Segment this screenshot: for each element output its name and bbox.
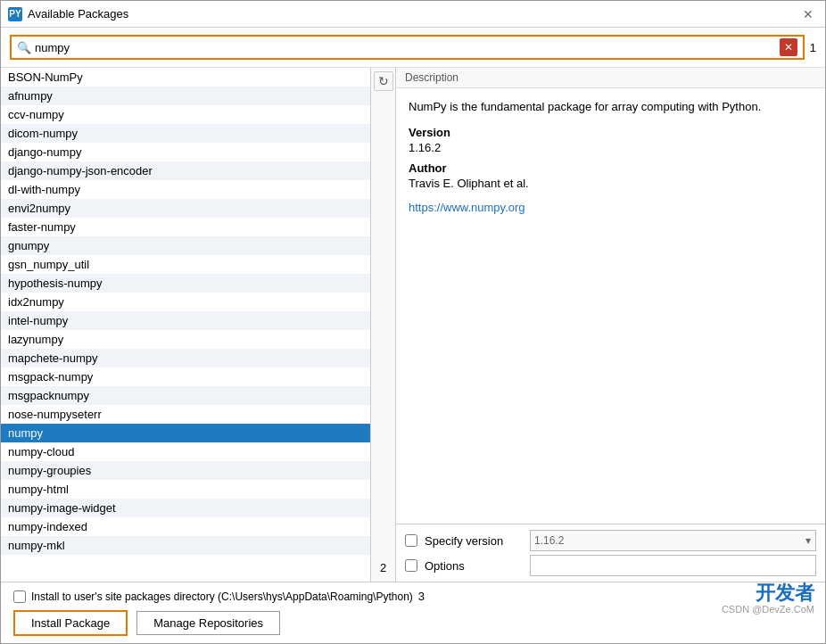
package-list-item[interactable]: dicom-numpy: [1, 124, 370, 143]
specify-version-row: Specify version 1.16.2: [405, 530, 816, 551]
package-list-item[interactable]: ccv-numpy: [1, 105, 370, 124]
description-panel: Description NumPy is the fundamental pac…: [396, 68, 825, 582]
options-checkbox[interactable]: [405, 559, 417, 572]
install-path-checkbox[interactable]: [13, 590, 26, 603]
main-content: BSON-NumPyafnumpyccv-numpydicom-numpydja…: [1, 68, 825, 582]
package-list-item[interactable]: afnumpy: [1, 87, 370, 105]
package-list: BSON-NumPyafnumpyccv-numpydicom-numpydja…: [1, 68, 370, 582]
package-list-item[interactable]: idx2numpy: [1, 293, 370, 311]
package-list-item[interactable]: numpy: [1, 424, 370, 442]
desc-version-label: Version: [409, 126, 813, 139]
options-label: Options: [425, 559, 523, 573]
package-list-item[interactable]: numpy-indexed: [1, 517, 370, 536]
package-list-item[interactable]: numpy-mkl: [1, 536, 370, 555]
package-list-item[interactable]: mapchete-numpy: [1, 349, 370, 367]
package-list-item[interactable]: msgpacknumpy: [1, 386, 370, 405]
desc-website-link[interactable]: https://www.numpy.org: [409, 201, 813, 214]
search-clear-button[interactable]: ✕: [780, 38, 797, 56]
install-path-label: Install to user's site packages director…: [31, 590, 413, 603]
desc-version-value: 1.16.2: [409, 141, 813, 154]
options-section: Specify version 1.16.2 Options: [396, 524, 825, 582]
specify-version-label: Specify version: [425, 534, 523, 548]
search-input[interactable]: [35, 41, 776, 54]
refresh-button[interactable]: ↻: [374, 71, 393, 91]
package-list-item[interactable]: django-numpy: [1, 143, 370, 161]
package-list-item[interactable]: envi2numpy: [1, 199, 370, 218]
options-textbox[interactable]: [530, 555, 816, 576]
version-dropdown-wrapper: 1.16.2: [530, 530, 816, 551]
specify-version-checkbox[interactable]: [405, 534, 417, 547]
window-title: Available Packages: [28, 7, 128, 21]
search-icon: 🔍: [17, 41, 31, 54]
version-dropdown[interactable]: 1.16.2: [530, 530, 816, 551]
desc-author-label: Author: [409, 161, 813, 175]
package-list-item[interactable]: msgpack-numpy: [1, 367, 370, 386]
package-list-item[interactable]: numpy-image-widget: [1, 499, 370, 517]
desc-summary: NumPy is the fundamental package for arr…: [409, 99, 813, 115]
search-wrapper: 🔍 ✕: [10, 35, 805, 60]
package-list-panel: BSON-NumPyafnumpyccv-numpydicom-numpydja…: [1, 68, 371, 582]
package-list-item[interactable]: intel-numpy: [1, 311, 370, 330]
package-list-item[interactable]: numpy-groupies: [1, 461, 370, 480]
description-header: Description: [396, 68, 825, 88]
install-path-row: Install to user's site packages director…: [13, 590, 813, 603]
titlebar-left: PY Available Packages: [8, 7, 128, 21]
package-list-item[interactable]: nose-numpyseterr: [1, 405, 370, 424]
package-list-item[interactable]: BSON-NumPy: [1, 68, 370, 87]
step-2-label: 2: [376, 561, 390, 574]
package-list-item[interactable]: gnumpy: [1, 236, 370, 255]
description-content: NumPy is the fundamental package for arr…: [396, 88, 825, 524]
footer: Install to user's site packages director…: [1, 582, 825, 643]
close-button[interactable]: ✕: [798, 4, 818, 24]
step-1-label: 1: [810, 41, 816, 54]
package-list-item[interactable]: numpy-cloud: [1, 442, 370, 461]
options-row: Options: [405, 555, 816, 576]
step-3-label: 3: [418, 590, 425, 603]
package-list-item[interactable]: gsn_numpy_util: [1, 255, 370, 274]
available-packages-window: PY Available Packages ✕ 🔍 ✕ 1 BSON-NumPy…: [0, 0, 826, 644]
app-icon: PY: [8, 7, 22, 21]
package-list-item[interactable]: dl-with-numpy: [1, 180, 370, 199]
search-bar: 🔍 ✕ 1: [1, 28, 825, 68]
package-list-item[interactable]: faster-numpy: [1, 218, 370, 236]
desc-author-value: Travis E. Oliphant et al.: [409, 177, 813, 190]
package-list-item[interactable]: hypothesis-numpy: [1, 274, 370, 293]
footer-buttons: Install Package Manage Repositories: [13, 610, 813, 636]
package-list-item[interactable]: lazynumpy: [1, 330, 370, 349]
package-list-item[interactable]: numpy-html: [1, 480, 370, 499]
install-package-button[interactable]: Install Package: [13, 610, 128, 636]
titlebar: PY Available Packages ✕: [1, 1, 825, 28]
manage-repositories-button[interactable]: Manage Repositories: [136, 611, 280, 635]
refresh-column: ↻ 2: [371, 68, 396, 582]
package-list-item[interactable]: django-numpy-json-encoder: [1, 161, 370, 180]
